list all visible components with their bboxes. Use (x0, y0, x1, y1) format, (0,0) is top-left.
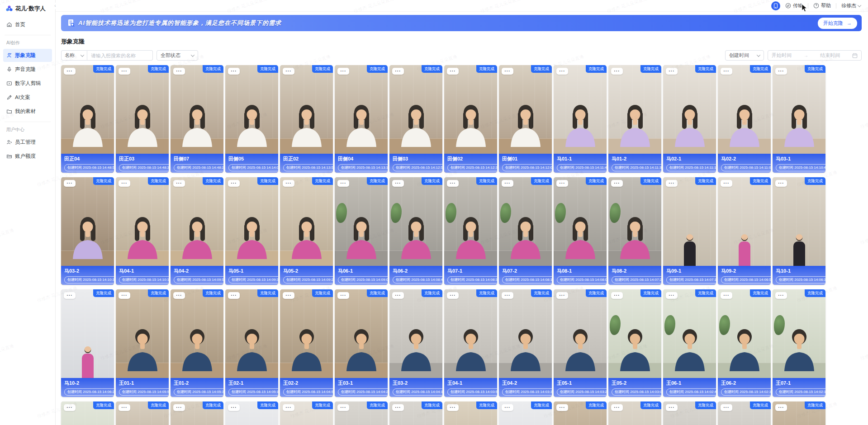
card-menu-button[interactable]: ··· (392, 292, 404, 299)
avatar-card[interactable]: ··· 克隆完成 马10-1 创建时间 2025-08-15 14:06:39 (773, 177, 825, 285)
avatar-card[interactable]: ··· 克隆完成 (61, 401, 114, 425)
avatar-card[interactable]: ··· 克隆完成 (444, 401, 497, 425)
card-menu-button[interactable]: ··· (228, 404, 240, 411)
avatar-card[interactable]: ··· 克隆完成 马04-2 创建时间 2025-08-15 14:09:58 (171, 177, 223, 285)
time-field-select[interactable]: 创建时间 (725, 50, 764, 61)
avatar-card[interactable]: ··· 克隆完成 王03-1 创建时间 2025-08-15 14:04:28 (335, 289, 388, 397)
card-menu-button[interactable]: ··· (337, 180, 349, 187)
avatar-card[interactable]: ··· 克隆完成 马06-1 创建时间 2025-08-15 14:09:04 (335, 177, 388, 285)
avatar-card[interactable]: ··· 克隆完成 马05-1 创建时间 2025-08-15 14:09:35 (225, 177, 278, 285)
card-menu-button[interactable]: ··· (447, 180, 459, 187)
avatar-card[interactable]: ··· 克隆完成 (225, 401, 278, 425)
avatar-card[interactable]: ··· 克隆完成 (335, 401, 388, 425)
avatar-card[interactable]: ··· 克隆完成 王01-1 创建时间 2025-08-15 14:05:50 (116, 289, 169, 397)
avatar-card[interactable]: ··· 克隆完成 (773, 401, 825, 425)
card-menu-button[interactable]: ··· (447, 292, 459, 299)
avatar-card[interactable]: ··· 克隆完成 (663, 401, 716, 425)
avatar-card[interactable]: ··· 克隆完成 田正03 创建时间 2025-08-15 14:48:30 (116, 65, 169, 173)
card-menu-button[interactable]: ··· (721, 180, 732, 187)
sidebar-item-voice-clone[interactable]: 声音克隆 (3, 63, 52, 76)
sidebar-item-home[interactable]: 首页 (3, 18, 52, 31)
card-menu-button[interactable]: ··· (721, 404, 732, 411)
avatar-card[interactable]: ··· 克隆完成 马07-1 创建时间 2025-08-15 14:08:31 (444, 177, 497, 285)
card-menu-button[interactable]: ··· (611, 68, 623, 75)
card-menu-button[interactable]: ··· (666, 180, 678, 187)
avatar-card[interactable]: ··· 克隆完成 王04-1 创建时间 2025-08-15 14:03:58 (444, 289, 497, 397)
card-menu-button[interactable]: ··· (64, 180, 76, 187)
transfer-button[interactable]: 传输 (785, 2, 803, 9)
card-menu-button[interactable]: ··· (283, 68, 294, 75)
card-menu-button[interactable]: ··· (64, 292, 76, 299)
avatar-card[interactable]: ··· 克隆完成 田侧05 创建时间 2025-08-15 14:14:09 (225, 65, 278, 173)
card-menu-button[interactable]: ··· (611, 180, 623, 187)
card-menu-button[interactable]: ··· (228, 180, 240, 187)
card-menu-button[interactable]: ··· (556, 404, 568, 411)
sidebar-item-employee-management[interactable]: 员工管理 (3, 136, 52, 149)
card-menu-button[interactable]: ··· (119, 292, 130, 299)
avatar-card[interactable]: ··· 克隆完成 马06-2 创建时间 2025-08-15 14:08:48 (389, 177, 442, 285)
card-menu-button[interactable]: ··· (64, 68, 76, 75)
sidebar-collapse-toggle[interactable]: ‹ (52, 3, 58, 9)
card-menu-button[interactable]: ··· (64, 404, 76, 411)
avatar-card[interactable]: ··· 克隆完成 马07-2 创建时间 2025-08-15 14:08:17 (499, 177, 552, 285)
card-menu-button[interactable]: ··· (611, 404, 623, 411)
avatar-card[interactable]: ··· 克隆完成 王01-2 创建时间 2025-08-15 14:05:34 (171, 289, 223, 397)
avatar-card[interactable]: ··· 克隆完成 (280, 401, 333, 425)
card-menu-button[interactable]: ··· (119, 404, 130, 411)
card-menu-button[interactable]: ··· (556, 180, 568, 187)
avatar-card[interactable]: ··· 克隆完成 王04-2 创建时间 2025-08-15 14:03:39 (499, 289, 552, 397)
avatar-card[interactable]: ··· 克隆完成 王02-2 创建时间 2025-08-15 14:04:56 (280, 289, 333, 397)
card-menu-button[interactable]: ··· (666, 68, 678, 75)
user-menu[interactable]: 徐修杰 (841, 2, 861, 9)
avatar-card[interactable]: ··· 克隆完成 马01-1 创建时间 2025-08-15 14:11:45 (554, 65, 607, 173)
avatar-card[interactable]: ··· 克隆完成 王03-2 创建时间 2025-08-15 14:04:13 (389, 289, 442, 397)
avatar-card[interactable]: ··· 克隆完成 马01-2 创建时间 2025-08-15 14:11:32 (608, 65, 661, 173)
card-menu-button[interactable]: ··· (775, 68, 787, 75)
card-menu-button[interactable]: ··· (556, 68, 568, 75)
avatar-card[interactable]: ··· 克隆完成 田侧04 创建时间 2025-08-15 14:13:18 (335, 65, 388, 173)
card-menu-button[interactable]: ··· (119, 68, 130, 75)
card-menu-button[interactable]: ··· (283, 292, 294, 299)
card-menu-button[interactable]: ··· (392, 180, 404, 187)
card-menu-button[interactable]: ··· (775, 292, 787, 299)
card-menu-button[interactable]: ··· (721, 292, 732, 299)
avatar-card[interactable]: ··· 克隆完成 马08-1 创建时间 2025-08-15 14:08:02 (554, 177, 607, 285)
avatar-card[interactable]: ··· 克隆完成 (116, 401, 169, 425)
card-menu-button[interactable]: ··· (666, 292, 678, 299)
card-menu-button[interactable]: ··· (447, 68, 459, 75)
card-menu-button[interactable]: ··· (119, 180, 130, 187)
card-menu-button[interactable]: ··· (502, 292, 513, 299)
card-menu-button[interactable]: ··· (775, 404, 787, 411)
card-menu-button[interactable]: ··· (337, 292, 349, 299)
avatar-card[interactable]: ··· 克隆完成 马08-2 创建时间 2025-08-15 14:07:26 (608, 177, 661, 285)
avatar-card[interactable]: ··· 克隆完成 (499, 401, 552, 425)
card-menu-button[interactable]: ··· (502, 68, 513, 75)
date-range-picker[interactable]: 开始时间 → 结束时间 (768, 50, 862, 61)
sidebar-item-avatar-clone[interactable]: 形象克隆 (3, 49, 52, 62)
help-button[interactable]: 帮助 (813, 2, 831, 9)
avatar-card[interactable]: ··· 克隆完成 马09-2 创建时间 2025-08-15 14:06:54 (718, 177, 771, 285)
avatar-card[interactable]: ··· 克隆完成 王05-2 创建时间 2025-08-15 14:03:05 (608, 289, 661, 397)
card-menu-button[interactable]: ··· (337, 68, 349, 75)
card-menu-button[interactable]: ··· (228, 68, 240, 75)
card-menu-button[interactable]: ··· (173, 404, 185, 411)
avatar-card[interactable]: ··· 克隆完成 王06-1 创建时间 2025-08-15 14:02:46 (663, 289, 716, 397)
card-menu-button[interactable]: ··· (556, 292, 568, 299)
card-menu-button[interactable]: ··· (392, 68, 404, 75)
avatar-card[interactable]: ··· 克隆完成 马03-1 创建时间 2025-08-15 14:10:47 (773, 65, 825, 173)
avatar-card[interactable]: ··· 克隆完成 马09-1 创建时间 2025-08-15 14:07:10 (663, 177, 716, 285)
avatar-card[interactable]: ··· 克隆完成 马02-2 创建时间 2025-08-15 14:11:02 (718, 65, 771, 173)
avatar-card[interactable]: ··· 克隆完成 王07-1 创建时间 2025-08-15 14:02:18 (773, 289, 825, 397)
card-menu-button[interactable]: ··· (173, 68, 185, 75)
card-menu-button[interactable]: ··· (337, 404, 349, 411)
card-menu-button[interactable]: ··· (173, 292, 185, 299)
card-menu-button[interactable]: ··· (775, 180, 787, 187)
search-input[interactable] (87, 50, 153, 61)
avatar-card[interactable]: ··· 克隆完成 马10-2 创建时间 2025-08-15 14:06:20 (61, 289, 114, 397)
avatar-card[interactable]: ··· 克隆完成 田正02 创建时间 2025-08-15 14:13:50 (280, 65, 333, 173)
avatar-card[interactable]: ··· 克隆完成 田侧02 创建时间 2025-08-15 14:12:37 (444, 65, 497, 173)
avatar-card[interactable]: ··· 克隆完成 王02-1 创建时间 2025-08-15 14:05:13 (225, 289, 278, 397)
card-menu-button[interactable]: ··· (666, 404, 678, 411)
avatar-card[interactable]: ··· 克隆完成 王05-1 创建时间 2025-08-15 14:03:22 (554, 289, 607, 397)
avatar-card[interactable]: ··· 克隆完成 马02-1 创建时间 2025-08-15 14:11:16 (663, 65, 716, 173)
